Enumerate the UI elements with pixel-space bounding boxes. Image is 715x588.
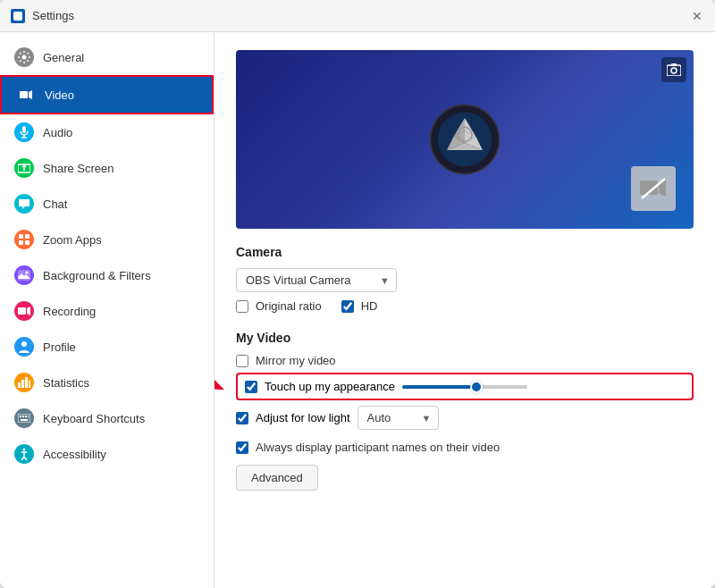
always-display-row: Always display participant names on thei… [236, 441, 694, 454]
svg-rect-0 [13, 12, 22, 21]
svg-rect-25 [25, 416, 27, 417]
hd-checkbox[interactable] [341, 300, 354, 313]
sidebar-label-general: General [43, 51, 84, 64]
ratio-hd-row: Original ratio HD [236, 299, 694, 318]
sidebar-item-profile[interactable]: Profile [0, 329, 214, 365]
svg-rect-4 [22, 126, 26, 133]
svg-point-1 [22, 55, 27, 60]
statistics-icon [14, 373, 34, 392]
svg-marker-3 [29, 90, 32, 99]
mirror-label: Mirror my video [256, 354, 336, 367]
gear-icon [14, 47, 34, 67]
obs-logo [429, 104, 500, 175]
sidebar-item-chat[interactable]: Chat [0, 186, 214, 222]
sidebar-item-keyboard[interactable]: Keyboard Shortcuts [0, 400, 214, 436]
audio-icon [14, 122, 34, 142]
camera-section-label: Camera [236, 245, 694, 259]
share-screen-icon [14, 158, 34, 178]
svg-rect-27 [21, 419, 28, 421]
sidebar-item-general[interactable]: General [0, 39, 214, 75]
zoom-apps-icon [14, 230, 34, 249]
original-ratio-checkbox[interactable] [236, 300, 248, 313]
svg-rect-23 [20, 416, 21, 417]
red-arrow-icon [214, 374, 227, 401]
sidebar-item-video[interactable]: Video [0, 75, 214, 114]
sidebar-item-audio[interactable]: Audio [0, 114, 214, 150]
svg-point-14 [26, 272, 29, 274]
touch-up-container: Touch up my appearance [236, 373, 694, 406]
sidebar-label-keyboard: Keyboard Shortcuts [43, 412, 145, 425]
titlebar: Settings ✕ [0, 0, 715, 32]
sidebar-item-share-screen[interactable]: Share Screen [0, 150, 214, 186]
svg-rect-20 [25, 377, 28, 388]
svg-rect-21 [29, 381, 30, 388]
touch-up-slider[interactable] [402, 385, 527, 389]
my-video-section: My Video Mirror my video [236, 331, 694, 491]
svg-marker-16 [27, 307, 30, 315]
background-icon [14, 265, 34, 285]
window-title: Settings [32, 9, 74, 22]
sidebar-item-recording[interactable]: Recording [0, 293, 214, 329]
svg-rect-11 [19, 240, 23, 245]
svg-rect-9 [19, 234, 23, 239]
close-button[interactable]: ✕ [690, 9, 704, 23]
keyboard-icon [14, 408, 34, 428]
svg-point-17 [21, 341, 27, 347]
advanced-button[interactable]: Advanced [236, 465, 318, 491]
sidebar-label-chat: Chat [43, 197, 67, 211]
adjust-row: Adjust for low light Auto Manual Disable… [236, 406, 694, 430]
accessibility-icon [14, 444, 34, 464]
main-content: Camera OBS Virtual Camera Default Camera… [214, 32, 715, 588]
always-display-checkbox[interactable] [236, 441, 248, 454]
hd-checkbox-row: HD [341, 299, 378, 313]
sidebar-label-profile: Profile [43, 340, 76, 354]
adjust-checkbox[interactable] [236, 412, 248, 424]
mirror-checkbox-row: Mirror my video [236, 354, 694, 367]
mirror-checkbox[interactable] [236, 355, 248, 367]
svg-rect-24 [22, 416, 24, 417]
touch-up-checkbox[interactable] [245, 381, 257, 393]
touch-up-slider-container [402, 385, 685, 389]
svg-point-36 [671, 68, 677, 73]
svg-rect-10 [25, 234, 29, 239]
camera-off-icon [640, 178, 667, 200]
app-icon [11, 9, 25, 23]
sidebar-item-zoom-apps[interactable]: Zoom Apps [0, 222, 214, 257]
camera-off-overlay [631, 166, 676, 211]
screenshot-icon [667, 63, 681, 76]
svg-rect-2 [20, 91, 28, 98]
sidebar-item-background[interactable]: Background & Filters [0, 257, 214, 293]
touch-up-row: Touch up my appearance [236, 373, 694, 400]
content-area: General Video [0, 32, 715, 588]
always-display-label: Always display participant names on thei… [256, 441, 500, 454]
svg-rect-35 [667, 65, 681, 76]
video-preview [236, 50, 694, 229]
profile-icon [14, 337, 34, 357]
svg-rect-18 [18, 382, 21, 388]
sidebar-label-audio: Audio [43, 126, 72, 139]
sidebar-label-accessibility: Accessibility [43, 448, 106, 461]
sidebar-item-statistics[interactable]: Statistics [0, 365, 214, 400]
chat-icon [14, 194, 34, 214]
screenshot-button[interactable] [661, 57, 686, 82]
sidebar-label-zoom-apps: Zoom Apps [43, 233, 102, 247]
svg-rect-37 [671, 63, 677, 66]
original-ratio-checkbox-row: Original ratio [236, 299, 322, 313]
arrow-indicator [214, 374, 227, 404]
svg-rect-15 [18, 307, 26, 315]
svg-rect-19 [21, 380, 24, 388]
camera-select[interactable]: OBS Virtual Camera Default Camera No Cam… [236, 268, 397, 292]
sidebar-label-background: Background & Filters [43, 269, 151, 282]
settings-window: Settings ✕ General [0, 0, 715, 588]
original-ratio-label: Original ratio [256, 299, 322, 313]
adjust-select[interactable]: Auto Manual Disabled [358, 406, 439, 430]
sidebar: General Video [0, 32, 214, 588]
camera-select-wrapper: OBS Virtual Camera Default Camera No Cam… [236, 268, 397, 292]
adjust-label: Adjust for low light [256, 411, 350, 424]
sidebar-item-accessibility[interactable]: Accessibility [0, 436, 214, 472]
titlebar-left: Settings [11, 9, 74, 23]
adjust-select-wrapper: Auto Manual Disabled ▼ [358, 406, 439, 430]
hd-label: HD [361, 299, 378, 313]
svg-rect-26 [28, 416, 29, 417]
sidebar-label-statistics: Statistics [43, 376, 89, 390]
